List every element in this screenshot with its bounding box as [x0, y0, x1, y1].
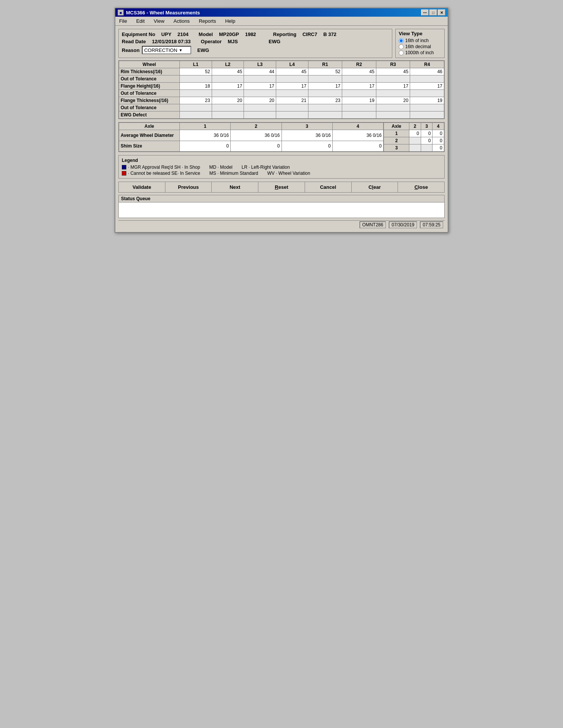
axle-right-table: Axle 2 3 4 1 0 0 0 [384, 122, 444, 152]
awd-1[interactable]: 36 0/16 [180, 130, 231, 141]
window-title: MCS366 - Wheel Measurements [126, 10, 200, 16]
maximize-button[interactable]: □ [429, 9, 437, 16]
view-type-panel: View Type 16th of inch 16th decimal 1000… [395, 29, 445, 58]
ft-oot-r2 [342, 104, 376, 111]
menu-edit[interactable]: Edit [134, 17, 147, 25]
table-row: Average Wheel Diameter 36 0/16 36 0/16 3… [119, 130, 384, 141]
rim-l4[interactable]: 45 [276, 68, 308, 75]
radio-16th-decimal[interactable]: 16th decimal [399, 44, 441, 49]
fh-r2[interactable]: 17 [342, 83, 376, 90]
ewg-r2 [342, 111, 376, 119]
awd-4[interactable]: 36 0/16 [332, 130, 383, 141]
ft-r4[interactable]: 19 [410, 97, 444, 104]
content-area: Equipment No UPY 2104 Model MP20GP 1982 … [115, 26, 448, 232]
ft-r3[interactable]: 20 [376, 97, 410, 104]
read-date: 12/01/2018 07:33 [152, 39, 191, 44]
rim-r4[interactable]: 46 [410, 68, 444, 75]
axle-var-col-2: 2 [409, 123, 421, 130]
clear-button[interactable]: Clear [352, 182, 398, 192]
shim-3[interactable]: 0 [282, 141, 332, 152]
menu-help[interactable]: Help [223, 17, 237, 25]
next-button[interactable]: Next [212, 182, 258, 192]
fh-l1[interactable]: 18 [180, 83, 212, 90]
validate-button[interactable]: Validate [119, 182, 165, 192]
ewg-l3 [244, 111, 276, 119]
ewg-r1 [308, 111, 342, 119]
awd-2[interactable]: 36 0/16 [231, 130, 282, 141]
fh-oot-r3 [376, 90, 410, 97]
menu-reports[interactable]: Reports [197, 17, 219, 25]
fh-l2[interactable]: 17 [212, 83, 244, 90]
radio-1000th-inch-input[interactable] [399, 50, 404, 55]
ft-l3[interactable]: 20 [244, 97, 276, 104]
col-r3: R3 [376, 61, 410, 68]
radio-16th-inch-label: 16th of inch [405, 38, 429, 43]
radio-16th-inch-input[interactable] [399, 38, 404, 43]
rim-l2[interactable]: 45 [212, 68, 244, 75]
fh-r3[interactable]: 17 [376, 83, 410, 90]
view-type-title: View Type [399, 31, 441, 36]
wheel-table: Wheel L1 L2 L3 L4 R1 R2 R3 R4 Rim Thickn… [119, 61, 444, 119]
status-queue-body [119, 202, 444, 218]
rim-r1[interactable]: 52 [308, 68, 342, 75]
legend-blue-box [122, 165, 126, 169]
fh-r4[interactable]: 17 [410, 83, 444, 90]
ft-oot-l4 [276, 104, 308, 111]
legend-red-text: · Cannot be released SE· In Service [128, 171, 200, 176]
close-button[interactable]: ✕ [438, 9, 445, 16]
rim-r2[interactable]: 45 [342, 68, 376, 75]
status-user: OMNT286 [360, 221, 386, 228]
reason-dropdown[interactable]: CORRECTION ▼ [142, 46, 191, 54]
previous-button[interactable]: Previous [165, 182, 212, 192]
cancel-button[interactable]: Cancel [305, 182, 352, 192]
table-row: 2 0 0 [384, 137, 444, 144]
rim-l1[interactable]: 52 [180, 68, 212, 75]
axle-var-1-2[interactable]: 0 [409, 130, 421, 137]
close-button-main[interactable]: Close [398, 182, 444, 192]
awd-3[interactable]: 36 0/16 [282, 130, 332, 141]
rim-r3[interactable]: 45 [376, 68, 410, 75]
radio-16th-decimal-input[interactable] [399, 44, 404, 49]
fh-l3[interactable]: 17 [244, 83, 276, 90]
ft-l4[interactable]: 21 [276, 97, 308, 104]
fh-l4[interactable]: 17 [276, 83, 308, 90]
rim-l3[interactable]: 44 [244, 68, 276, 75]
ewg-l2 [212, 111, 244, 119]
radio-16th-inch[interactable]: 16th of inch [399, 38, 441, 43]
axle-var-1-4[interactable]: 0 [432, 130, 444, 137]
axle-var-2-4[interactable]: 0 [432, 137, 444, 144]
shim-4[interactable]: 0 [332, 141, 383, 152]
legend-row: · MGR Approval Req'd SH · In Shop MD · M… [122, 165, 441, 170]
axle-var-1-3[interactable]: 0 [421, 130, 432, 137]
minimize-button[interactable]: — [421, 9, 429, 16]
reporting-b: B 372 [323, 31, 337, 37]
flange-thickness-label: Flange Thickness(/16) [119, 97, 180, 104]
ft-l1[interactable]: 23 [180, 97, 212, 104]
close-label: Close [414, 184, 428, 190]
axle-var-row1-label: 1 [384, 130, 409, 137]
fh-r1[interactable]: 17 [308, 83, 342, 90]
reset-button[interactable]: Reset [258, 182, 305, 192]
menu-file[interactable]: File [117, 17, 129, 25]
ft-r2[interactable]: 19 [342, 97, 376, 104]
status-bar: OMNT286 07/30/2019 07:59:25 [118, 220, 445, 229]
info-panel: Equipment No UPY 2104 Model MP20GP 1982 … [118, 29, 392, 58]
legend-blue-text: · MGR Approval Req'd SH · In Shop [128, 165, 200, 170]
info-row-1: Equipment No UPY 2104 Model MP20GP 1982 … [122, 31, 389, 37]
radio-1000th-inch-label: 1000th of inch [405, 50, 434, 55]
shim-2[interactable]: 0 [231, 141, 282, 152]
radio-1000th-inch[interactable]: 1000th of inch [399, 50, 441, 55]
shim-1[interactable]: 0 [180, 141, 231, 152]
main-window: ■ MCS366 - Wheel Measurements — □ ✕ File… [115, 8, 448, 233]
ft-l2[interactable]: 20 [212, 97, 244, 104]
ft-r1[interactable]: 23 [308, 97, 342, 104]
menu-view[interactable]: View [151, 17, 167, 25]
ft-oot-r3 [376, 104, 410, 111]
menu-actions[interactable]: Actions [171, 17, 192, 25]
ewg-value: EWG [269, 39, 280, 44]
axle-var-2-3[interactable]: 0 [421, 137, 432, 144]
table-row: 1 0 0 0 [384, 130, 444, 137]
axle-var-3-4[interactable]: 0 [432, 144, 444, 152]
ft-oot-l2 [212, 104, 244, 111]
reason-row: Reason CORRECTION ▼ EWG [122, 46, 389, 54]
